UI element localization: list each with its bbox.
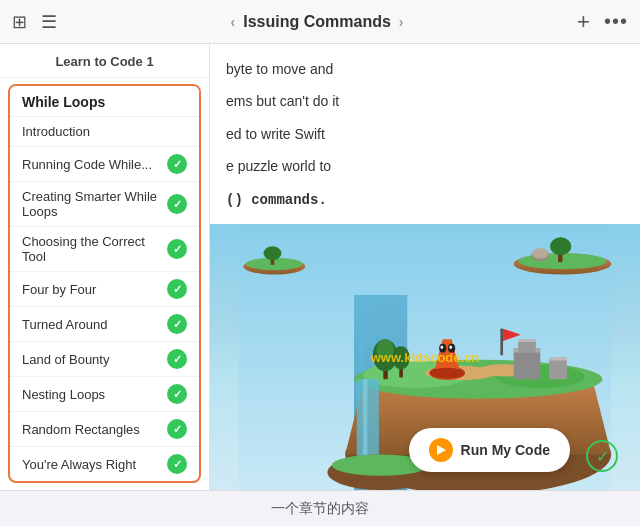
nav-center: ‹ Issuing Commands › (231, 13, 404, 31)
list-icon[interactable]: ☰ (41, 11, 57, 33)
svg-rect-32 (500, 329, 503, 356)
sidebar-header: Learn to Code 1 (0, 44, 209, 78)
svg-point-38 (392, 346, 410, 369)
list-item[interactable]: Turned Around (10, 306, 199, 341)
list-item[interactable]: Running Code While... (10, 146, 199, 181)
item-label: Turned Around (22, 317, 108, 332)
svg-rect-31 (549, 357, 567, 361)
svg-rect-29 (518, 339, 536, 342)
list-item[interactable]: Introduction (10, 116, 199, 146)
svg-point-10 (264, 246, 282, 260)
nav-title: Issuing Commands (243, 13, 391, 31)
more-button[interactable]: ••• (604, 10, 628, 33)
main-content: Learn to Code 1 While Loops Introduction… (0, 44, 640, 490)
check-icon (167, 239, 187, 259)
text-line-4: e puzzle world to (226, 155, 624, 177)
check-icon (167, 314, 187, 334)
svg-point-25 (429, 368, 464, 379)
completion-check: ✓ (586, 440, 618, 472)
check-icon (167, 349, 187, 369)
nav-bar: ⊞ ☰ ‹ Issuing Commands › + ••• (0, 0, 640, 44)
check-icon (167, 194, 187, 214)
list-item[interactable]: Random Rectangles (10, 411, 199, 446)
item-label: Choosing the Correct Tool (22, 234, 167, 264)
while-loops-section: While Loops Introduction Running Code Wh… (8, 84, 201, 483)
text-area: byte to move and ems but can't do it ed … (210, 44, 640, 224)
list-item[interactable]: Four by Four (10, 271, 199, 306)
svg-rect-39 (357, 379, 379, 468)
check-icon (167, 454, 187, 474)
item-label: Random Rectangles (22, 422, 140, 437)
svg-point-36 (376, 339, 394, 360)
svg-point-23 (441, 345, 444, 349)
text-line-2: ems but can't do it (226, 90, 624, 112)
item-label: You're Always Right (22, 457, 136, 472)
text-line-3: ed to write Swift (226, 123, 624, 145)
list-item[interactable]: You're Always Right (10, 446, 199, 481)
nav-left: ⊞ ☰ (12, 11, 57, 33)
run-button-label: Run My Code (461, 442, 550, 458)
nav-right: + ••• (577, 9, 628, 35)
svg-point-2 (518, 253, 607, 269)
while-loops-title: While Loops (10, 86, 199, 116)
footer-caption: 一个章节的内容 (0, 490, 640, 526)
item-label: Four by Four (22, 282, 96, 297)
list-item[interactable]: Creating Smarter While Loops (10, 181, 199, 226)
text-line-5: () commands. (226, 188, 624, 211)
sidebar: Learn to Code 1 While Loops Introduction… (0, 44, 210, 490)
check-icon (167, 419, 187, 439)
check-icon (167, 279, 187, 299)
item-label: Running Code While... (22, 157, 152, 172)
text-line-1: byte to move and (226, 58, 624, 80)
chevron-left-icon[interactable]: ‹ (231, 14, 236, 30)
run-my-code-button[interactable]: Run My Code (409, 428, 570, 472)
svg-point-24 (449, 345, 452, 349)
item-label: Nesting Loops (22, 387, 105, 402)
item-label: Creating Smarter While Loops (22, 189, 167, 219)
item-label: Land of Bounty (22, 352, 109, 367)
svg-point-6 (532, 248, 548, 259)
svg-rect-40 (363, 379, 367, 468)
check-icon (167, 384, 187, 404)
check-icon (167, 154, 187, 174)
grid-icon[interactable]: ⊞ (12, 11, 27, 33)
game-world: www.kidscode.cn Run My Code ✓ (210, 224, 640, 490)
play-icon (429, 438, 453, 462)
list-item[interactable]: Land of Bounty (10, 341, 199, 376)
list-item[interactable]: Choosing the Correct Tool (10, 226, 199, 271)
svg-rect-26 (514, 348, 541, 379)
item-label: Introduction (22, 124, 90, 139)
add-button[interactable]: + (577, 9, 590, 35)
svg-point-4 (550, 237, 571, 255)
caption-text: 一个章节的内容 (271, 500, 369, 518)
list-item[interactable]: Nesting Loops (10, 376, 199, 411)
chevron-right-icon[interactable]: › (399, 14, 404, 30)
content-panel: byte to move and ems but can't do it ed … (210, 44, 640, 490)
